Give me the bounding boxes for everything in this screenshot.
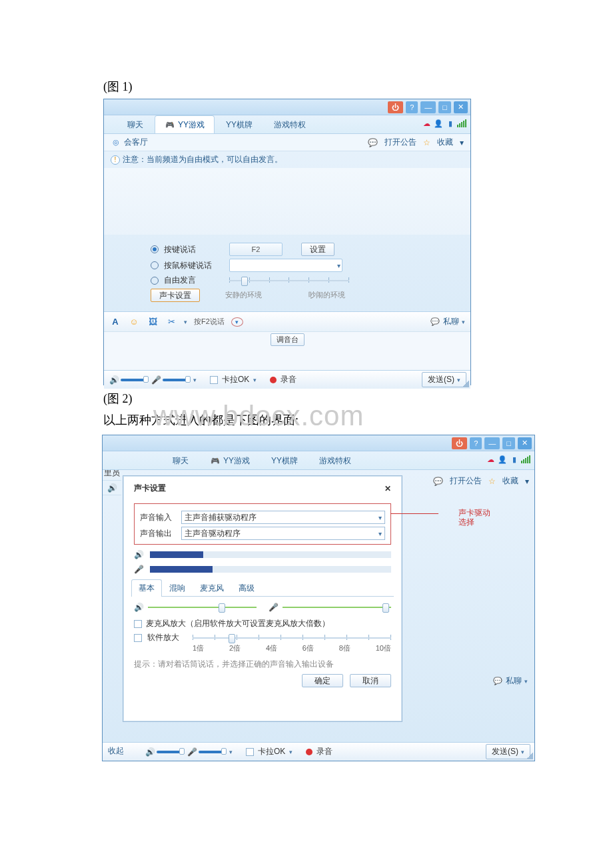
open-notice-link[interactable]: 打开公告 xyxy=(384,137,416,148)
tab-yygame-label: YY游戏 xyxy=(178,119,205,131)
tabs-right-icons: ☁ 👤 ▮ xyxy=(421,118,466,129)
radio-free-speak[interactable] xyxy=(151,277,159,285)
filter-icon[interactable]: ▮ xyxy=(509,454,520,465)
tab-yygame[interactable]: 🎮 YY游戏 xyxy=(200,451,260,469)
mic-boost-checkbox[interactable] xyxy=(134,620,142,628)
user-icon[interactable]: 👤 xyxy=(497,454,508,465)
tab-chat[interactable]: 聊天 xyxy=(163,451,199,469)
send-button[interactable]: 发送(S) ▾ xyxy=(422,372,466,387)
lobby-label[interactable]: 会客厅 xyxy=(124,137,148,148)
radio-mouse-key[interactable] xyxy=(151,261,159,269)
sound-card-button[interactable]: 声卡设置 xyxy=(151,289,200,302)
tab-priv-label: 游戏特权 xyxy=(319,455,351,467)
filter-icon[interactable]: ▮ xyxy=(445,118,456,129)
close-button[interactable]: ✕ xyxy=(518,437,532,449)
hotkey-display[interactable]: F2 xyxy=(229,243,283,256)
tab-chat[interactable]: 聊天 xyxy=(117,115,153,133)
karaoke-checkbox[interactable] xyxy=(210,376,218,384)
dialog-subtabs: 基本 混响 麦克风 高级 xyxy=(131,579,394,597)
tab-chess[interactable]: YY棋牌 xyxy=(261,451,308,469)
subtab-mic[interactable]: 麦克风 xyxy=(193,579,231,597)
mic-volume[interactable]: 🎤 xyxy=(151,375,189,385)
open-notice-link[interactable]: 打开公告 xyxy=(450,475,482,487)
favorite-link[interactable]: 收藏 xyxy=(502,475,518,487)
boost-rate-slider[interactable] xyxy=(193,633,391,643)
send-label: 发送(S) xyxy=(492,746,518,757)
input-area[interactable] xyxy=(104,347,470,370)
tab-chess[interactable]: YY棋牌 xyxy=(216,115,263,133)
power-button[interactable]: ⏻ xyxy=(452,437,467,449)
close-button[interactable]: ✕ xyxy=(454,101,468,113)
mic-icon: 🎤 xyxy=(269,603,279,612)
star-icon: ☆ xyxy=(423,138,430,147)
mic-icon: 🎤 xyxy=(151,375,161,385)
audio-out-value: 主声音驱动程序 xyxy=(185,528,241,539)
speaker-icon: 🔊 xyxy=(109,375,119,385)
fav-caret-icon[interactable]: ▾ xyxy=(460,138,464,147)
favorite-link[interactable]: 收藏 xyxy=(437,137,453,148)
record-label[interactable]: 录音 xyxy=(316,746,332,757)
send-button[interactable]: 发送(S) ▾ xyxy=(486,744,530,759)
talk-key-dropdown[interactable]: ▾ xyxy=(231,317,243,327)
mouse-key-dropdown[interactable]: ▾ xyxy=(229,259,342,272)
driver-select-group: 声音输入 主声音捕获驱动程序 ▾ 声音输出 主声音驱动程序 ▾ 声卡驱动 选择 xyxy=(134,503,391,545)
radio-press-key[interactable] xyxy=(151,245,159,253)
vol-caret-icon[interactable]: ▾ xyxy=(229,749,233,755)
user-icon[interactable]: 👤 xyxy=(433,118,444,129)
private-chat[interactable]: 💬 私聊 ▾ xyxy=(430,316,465,327)
power-button[interactable]: ⏻ xyxy=(388,101,403,113)
gamepad-icon: 🎮 xyxy=(210,456,221,467)
resize-grip-icon[interactable] xyxy=(462,381,469,387)
speaker-volume[interactable]: 🔊 xyxy=(109,375,147,385)
env-noisy-label: 吵闹的环境 xyxy=(308,290,345,300)
send-caret-icon[interactable]: ▾ xyxy=(521,749,524,755)
cloud-icon[interactable]: ☁ xyxy=(421,118,432,129)
speaker-slider[interactable] xyxy=(148,602,257,613)
audio-in-select[interactable]: 主声音捕获驱动程序 ▾ xyxy=(181,511,385,524)
font-icon[interactable]: A xyxy=(109,316,121,328)
karaoke-caret-icon[interactable]: ▾ xyxy=(289,749,293,755)
mic-boost-label: 麦克风放大（启用软件放大可设置麦克风放大倍数） xyxy=(146,618,330,629)
maximize-button[interactable]: □ xyxy=(438,101,451,113)
help-button[interactable]: ? xyxy=(470,437,482,449)
dialog-close-button[interactable]: ✕ xyxy=(384,484,391,493)
karaoke-checkbox[interactable] xyxy=(246,748,254,756)
fav-caret-icon[interactable]: ▾ xyxy=(525,477,529,486)
minimize-button[interactable]: — xyxy=(420,101,436,113)
ok-button[interactable]: 确定 xyxy=(302,674,343,687)
image-icon[interactable]: 🖼 xyxy=(147,316,159,328)
cloud-icon[interactable]: ☁ xyxy=(485,454,496,465)
mic-volume[interactable]: 🎤 xyxy=(187,747,225,757)
record-label[interactable]: 录音 xyxy=(281,374,297,385)
tab-yygame[interactable]: 🎮 YY游戏 xyxy=(155,115,215,133)
tab-priv[interactable]: 游戏特权 xyxy=(264,115,316,133)
mic-slider[interactable] xyxy=(283,602,391,613)
audio-out-select[interactable]: 主声音驱动程序 ▾ xyxy=(181,527,385,540)
private-chat-label: 私聊 xyxy=(443,316,459,327)
send-caret-icon[interactable]: ▾ xyxy=(457,377,460,383)
resize-grip-icon[interactable] xyxy=(526,753,533,759)
vol-caret-icon[interactable]: ▾ xyxy=(193,377,197,383)
settings-button[interactable]: 设置 xyxy=(301,243,334,256)
tab-priv[interactable]: 游戏特权 xyxy=(309,451,361,469)
help-button[interactable]: ? xyxy=(406,101,418,113)
minimize-button[interactable]: — xyxy=(484,437,500,449)
toolbar-caret-icon[interactable]: ▾ xyxy=(184,319,187,325)
karaoke-caret-icon[interactable]: ▾ xyxy=(253,377,257,383)
subtab-reverb[interactable]: 混响 xyxy=(162,579,193,597)
maximize-button[interactable]: □ xyxy=(502,437,515,449)
subtab-basic[interactable]: 基本 xyxy=(131,579,162,597)
env-slider[interactable] xyxy=(229,275,349,286)
mixer-button[interactable]: 调音台 xyxy=(271,333,305,346)
soft-boost-checkbox[interactable] xyxy=(134,634,142,642)
emoji-icon[interactable]: ☺ xyxy=(128,316,140,328)
audio-in-label: 声音输入 xyxy=(140,512,177,523)
stub-speaker-icon[interactable]: 🔊 xyxy=(103,481,121,495)
private-chat[interactable]: 💬 私聊 ▾ xyxy=(492,675,528,687)
subtab-adv[interactable]: 高级 xyxy=(231,579,262,597)
bottom-bar: 收起 🔊 🎤 ▾ 卡拉OK ▾ 录音 发送(S) ▾ xyxy=(103,742,534,761)
collapse-button[interactable]: 收起 xyxy=(108,745,124,757)
speaker-volume[interactable]: 🔊 xyxy=(145,747,183,757)
cancel-button[interactable]: 取消 xyxy=(350,674,391,687)
screenshot-icon[interactable]: ✂ xyxy=(165,316,177,328)
